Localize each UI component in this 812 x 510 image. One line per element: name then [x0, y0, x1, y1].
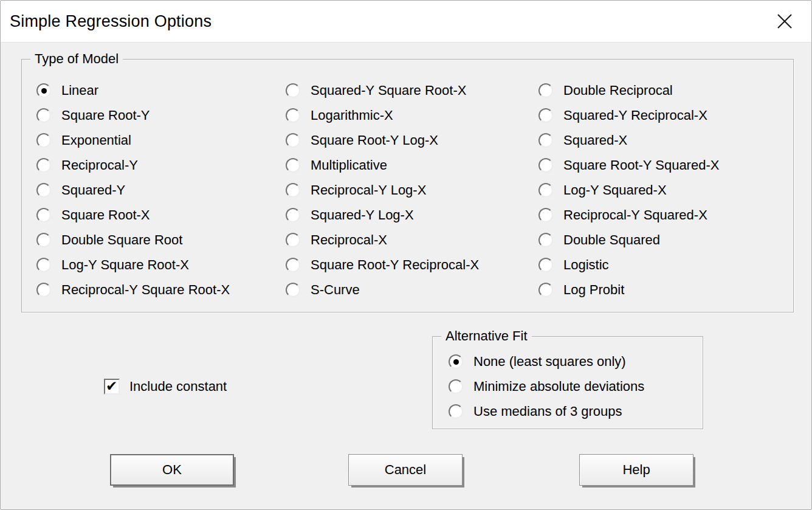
- radio-button-icon[interactable]: [286, 233, 300, 247]
- radio-option-s-curve[interactable]: S-Curve: [286, 283, 479, 297]
- include-constant-option[interactable]: Include constant: [104, 379, 227, 395]
- radio-option-squared-x[interactable]: Squared-X: [538, 133, 719, 148]
- radio-option-none-least-squares-only[interactable]: None (least squares only): [449, 354, 644, 369]
- radio-option-label[interactable]: Square Root-Y Log-X: [311, 133, 438, 148]
- radio-option-label[interactable]: S-Curve: [311, 282, 360, 298]
- radio-button-icon[interactable]: [538, 183, 553, 198]
- radio-button-icon[interactable]: [538, 283, 553, 297]
- radio-option-use-medians-of-3-groups[interactable]: Use medians of 3 groups: [449, 404, 644, 419]
- radio-option-label[interactable]: Minimize absolute deviations: [473, 379, 644, 395]
- radio-option-label[interactable]: Multiplicative: [311, 157, 387, 173]
- radio-option-squared-y-log-x[interactable]: Squared-Y Log-X: [286, 208, 479, 222]
- close-button[interactable]: [769, 5, 800, 37]
- radio-option-label[interactable]: Reciprocal-X: [311, 232, 387, 248]
- radio-button-icon[interactable]: [286, 208, 300, 222]
- radio-button-icon[interactable]: [36, 258, 51, 272]
- radio-option-logistic[interactable]: Logistic: [538, 258, 719, 272]
- radio-button-icon[interactable]: [36, 283, 51, 297]
- radio-option-label[interactable]: Square Root-Y: [61, 108, 150, 123]
- radio-option-label[interactable]: Double Reciprocal: [563, 83, 673, 98]
- radio-option-label[interactable]: Double Squared: [563, 232, 660, 248]
- radio-option-label[interactable]: Log Probit: [563, 282, 624, 298]
- radio-option-label[interactable]: Exponential: [61, 133, 131, 148]
- radio-button-icon[interactable]: [538, 233, 553, 247]
- radio-option-label[interactable]: Reciprocal-Y Log-X: [311, 182, 426, 198]
- radio-button-icon[interactable]: [538, 108, 553, 123]
- radio-button-icon[interactable]: [286, 283, 300, 297]
- radio-button-icon[interactable]: [286, 108, 300, 123]
- radio-button-icon[interactable]: [36, 183, 51, 198]
- radio-option-label[interactable]: Reciprocal-Y Square Root-X: [61, 282, 230, 298]
- radio-option-square-root-x[interactable]: Square Root-X: [36, 208, 230, 222]
- radio-button-icon[interactable]: [449, 379, 463, 394]
- radio-button-icon[interactable]: [36, 133, 51, 148]
- radio-option-square-root-y-log-x[interactable]: Square Root-Y Log-X: [286, 133, 479, 148]
- radio-button-icon[interactable]: [538, 208, 553, 222]
- radio-option-squared-y[interactable]: Squared-Y: [36, 183, 230, 198]
- radio-option-label[interactable]: Use medians of 3 groups: [473, 404, 622, 419]
- radio-option-label[interactable]: Squared-X: [563, 133, 627, 148]
- radio-option-label[interactable]: Squared-Y Log-X: [311, 207, 414, 223]
- radio-option-reciprocal-y-squared-x[interactable]: Reciprocal-Y Squared-X: [538, 208, 719, 222]
- radio-button-icon[interactable]: [449, 404, 463, 419]
- radio-option-label[interactable]: Double Square Root: [61, 232, 182, 248]
- radio-button-icon[interactable]: [538, 258, 553, 272]
- radio-button-icon[interactable]: [36, 208, 51, 222]
- cancel-button[interactable]: Cancel: [348, 454, 463, 486]
- type-of-model-label: Type of Model: [30, 51, 123, 67]
- radio-option-squared-y-square-root-x[interactable]: Squared-Y Square Root-X: [286, 83, 479, 98]
- radio-button-icon[interactable]: [538, 158, 553, 173]
- radio-button-icon[interactable]: [538, 133, 553, 148]
- radio-button-icon[interactable]: [286, 83, 300, 98]
- include-constant-label[interactable]: Include constant: [129, 379, 227, 395]
- radio-button-icon[interactable]: [449, 354, 463, 369]
- radio-button-icon[interactable]: [36, 158, 51, 173]
- radio-option-reciprocal-y-square-root-x[interactable]: Reciprocal-Y Square Root-X: [36, 283, 230, 297]
- radio-option-double-squared[interactable]: Double Squared: [538, 233, 719, 247]
- radio-option-multiplicative[interactable]: Multiplicative: [286, 158, 479, 173]
- radio-option-double-square-root[interactable]: Double Square Root: [36, 233, 230, 247]
- radio-option-log-y-squared-x[interactable]: Log-Y Squared-X: [538, 183, 719, 198]
- radio-option-label[interactable]: Logistic: [563, 257, 609, 273]
- radio-button-icon[interactable]: [538, 83, 553, 98]
- radio-option-label[interactable]: Square Root-X: [61, 207, 150, 223]
- ok-button[interactable]: OK: [110, 454, 234, 486]
- radio-option-double-reciprocal[interactable]: Double Reciprocal: [538, 83, 719, 98]
- radio-option-squared-y-reciprocal-x[interactable]: Squared-Y Reciprocal-X: [538, 108, 719, 123]
- include-constant-checkbox[interactable]: [104, 379, 120, 395]
- radio-option-label[interactable]: Square Root-Y Reciprocal-X: [311, 257, 479, 273]
- radio-button-icon[interactable]: [286, 183, 300, 198]
- radio-button-icon[interactable]: [36, 108, 51, 123]
- close-icon: [776, 13, 793, 30]
- simple-regression-options-dialog: Simple Regression Options Type of Model …: [0, 0, 812, 510]
- help-button[interactable]: Help: [579, 454, 693, 486]
- radio-option-log-y-square-root-x[interactable]: Log-Y Square Root-X: [36, 258, 230, 272]
- radio-option-square-root-y-reciprocal-x[interactable]: Square Root-Y Reciprocal-X: [286, 258, 479, 272]
- radio-option-reciprocal-y[interactable]: Reciprocal-Y: [36, 158, 230, 173]
- radio-option-reciprocal-y-log-x[interactable]: Reciprocal-Y Log-X: [286, 183, 479, 198]
- radio-option-reciprocal-x[interactable]: Reciprocal-X: [286, 233, 479, 247]
- radio-button-icon[interactable]: [286, 158, 300, 173]
- radio-button-icon[interactable]: [36, 83, 51, 98]
- radio-option-log-probit[interactable]: Log Probit: [538, 283, 719, 297]
- radio-option-minimize-absolute-deviations[interactable]: Minimize absolute deviations: [449, 379, 644, 394]
- radio-option-label[interactable]: Squared-Y Square Root-X: [311, 83, 466, 98]
- radio-button-icon[interactable]: [286, 258, 300, 272]
- radio-option-label[interactable]: Reciprocal-Y Squared-X: [563, 207, 707, 223]
- radio-option-exponential[interactable]: Exponential: [36, 133, 230, 148]
- radio-option-label[interactable]: Logarithmic-X: [311, 108, 393, 123]
- radio-option-label[interactable]: None (least squares only): [473, 354, 626, 370]
- radio-option-logarithmic-x[interactable]: Logarithmic-X: [286, 108, 479, 123]
- radio-button-icon[interactable]: [36, 233, 51, 247]
- radio-option-label[interactable]: Square Root-Y Squared-X: [563, 157, 719, 173]
- radio-option-label[interactable]: Reciprocal-Y: [61, 157, 138, 173]
- radio-option-label[interactable]: Log-Y Square Root-X: [61, 257, 189, 273]
- radio-option-square-root-y-squared-x[interactable]: Square Root-Y Squared-X: [538, 158, 719, 173]
- radio-option-label[interactable]: Log-Y Squared-X: [563, 182, 667, 198]
- radio-option-label[interactable]: Squared-Y: [61, 182, 125, 198]
- radio-option-square-root-y[interactable]: Square Root-Y: [36, 108, 230, 123]
- radio-option-linear[interactable]: Linear: [36, 83, 230, 98]
- radio-option-label[interactable]: Squared-Y Reciprocal-X: [563, 108, 707, 123]
- radio-button-icon[interactable]: [286, 133, 300, 148]
- radio-option-label[interactable]: Linear: [61, 83, 98, 98]
